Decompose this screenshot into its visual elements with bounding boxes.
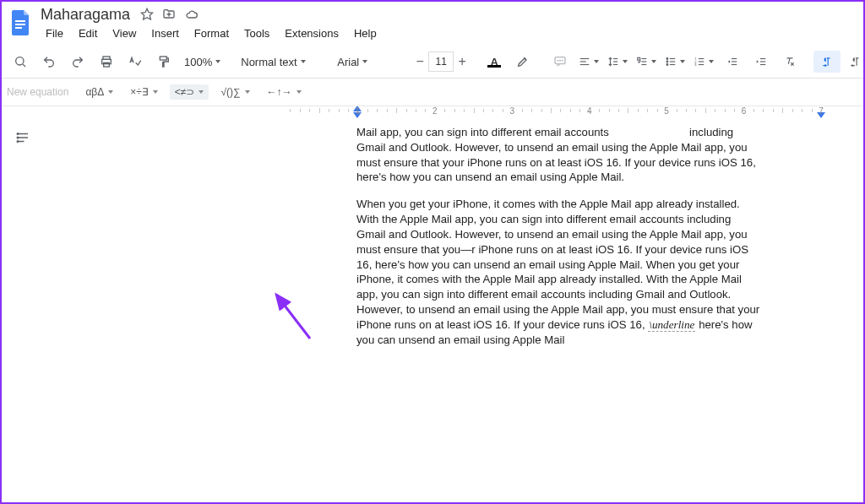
menu-tools[interactable]: Tools [237,25,276,41]
svg-point-4 [16,57,24,65]
font-size-input[interactable] [428,51,454,72]
print-button[interactable] [93,51,120,73]
docs-logo[interactable] [10,8,32,37]
equation-toolbar: New equation αβΔ ×÷∃ <≠⊃ √()∑ ←↑→ [2,79,863,106]
svg-rect-0 [15,20,25,22]
menu-bar: File Edit View Insert Format Tools Exten… [39,24,384,42]
equation-relations-menu[interactable]: <≠⊃ [170,84,209,100]
document-outline-button[interactable] [12,127,34,149]
zoom-select[interactable]: 100% [179,51,226,73]
svg-point-22 [666,61,668,62]
svg-point-45 [17,137,19,138]
svg-rect-17 [638,57,640,60]
align-button[interactable] [575,51,602,73]
svg-point-21 [666,58,668,60]
menu-edit[interactable]: Edit [72,25,104,41]
decrease-indent-button[interactable] [719,51,746,73]
svg-rect-9 [160,57,166,60]
move-icon[interactable] [162,8,176,21]
rtl-button[interactable] [842,51,865,73]
body-paragraph[interactable]: When you get your iPhone, it comes with … [356,197,762,347]
body-text: When you get your iPhone, it comes with … [356,198,759,331]
equation-arrows-menu[interactable]: ←↑→ [262,84,307,100]
svg-line-5 [23,64,25,67]
increase-indent-button[interactable] [748,51,775,73]
document-title[interactable]: Maharagama [39,6,132,24]
ltr-button[interactable] [813,51,841,73]
spellcheck-button[interactable] [122,51,149,73]
svg-rect-1 [15,24,25,25]
paragraph-styles-select[interactable]: Normal text [236,51,322,73]
svg-text:3: 3 [694,62,697,67]
clear-formatting-button[interactable] [776,51,803,73]
checklist-button[interactable] [633,51,660,73]
equation-operators-menu[interactable]: ×÷∃ [125,84,163,100]
paint-format-button[interactable] [150,51,177,73]
equation-math-menu[interactable]: √()∑ [215,84,254,100]
equation-inline[interactable]: \underline [648,318,695,332]
undo-button[interactable] [35,51,63,73]
line-spacing-button[interactable] [604,51,631,73]
menu-file[interactable]: File [39,25,70,41]
menu-help[interactable]: Help [347,25,384,41]
highlight-color-button[interactable] [509,51,536,73]
decrease-font-size-button[interactable]: − [411,52,428,71]
menu-extensions[interactable]: Extensions [278,25,345,41]
font-size-control: − + [411,51,471,72]
menu-insert[interactable]: Insert [144,25,186,41]
star-icon[interactable] [140,8,154,21]
numbered-list-button[interactable]: 123 [690,51,717,73]
search-menus-button[interactable] [7,51,34,73]
svg-point-23 [666,64,668,66]
menu-format[interactable]: Format [188,25,236,41]
bulleted-list-button[interactable] [661,51,688,73]
body-paragraph[interactable]: Mail app, you can sign into different em… [356,125,762,185]
increase-font-size-button[interactable]: + [454,52,471,71]
svg-point-44 [17,133,19,135]
svg-point-46 [17,141,19,143]
equation-greek-menu[interactable]: αβΔ [80,84,118,100]
cloud-status-icon[interactable] [184,8,199,21]
svg-rect-2 [15,27,22,29]
menu-view[interactable]: View [106,25,143,41]
horizontal-ruler[interactable]: 1234567 [44,106,863,120]
svg-marker-3 [141,8,152,19]
redo-button[interactable] [64,51,91,73]
font-family-select[interactable]: Arial [332,51,401,73]
new-equation-label: New equation [7,86,68,98]
document-page[interactable]: Mail app, you can sign into different em… [280,120,838,393]
text-color-button[interactable]: A [481,51,508,73]
insert-comment-button[interactable] [547,51,574,73]
toolbar: 100% Normal text Arial − + A 123 [2,46,863,79]
